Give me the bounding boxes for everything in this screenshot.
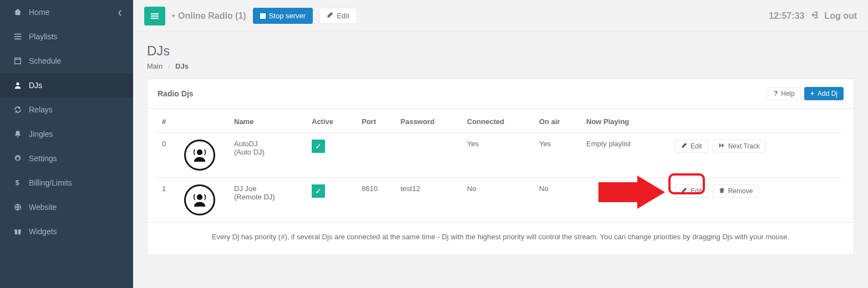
sidebar-item-relays[interactable]: Relays [0,97,133,122]
breadcrumb-root[interactable]: Main [147,62,163,70]
table-row[interactable]: 1 DJ Joe (Remote DJ) ✓ 8610 [158,178,844,223]
station-name: Online Radio (1) [178,11,246,21]
trash-icon [719,187,725,195]
gear-icon [13,155,22,162]
edit-dj-button[interactable]: Edit [675,140,708,153]
th-name: Name [230,111,307,133]
cell-password: test12 [396,178,463,223]
page-title: DJs [147,43,854,59]
cell-nowplaying [582,178,671,223]
sidebar-item-label: DJs [29,81,42,90]
gift-icon [13,228,22,235]
add-dj-label: Add Dj [818,90,837,97]
djs-table: # Name Active Port Password Connected On… [158,111,844,222]
th-port: Port [357,111,396,133]
svg-point-7 [197,194,202,200]
sidebar-item-label: Playlists [29,32,57,41]
menu-toggle-button[interactable] [144,7,165,25]
svg-point-6 [197,150,202,155]
help-button[interactable]: ? Help [768,87,801,100]
dj-avatar-icon [184,140,215,171]
station-selector[interactable]: ▾ Online Radio (1) [172,11,246,21]
sidebar-item-djs[interactable]: DJs [0,73,133,97]
sidebar-item-settings[interactable]: Settings [0,146,133,171]
pencil-icon [681,142,687,150]
sidebar-item-playlists[interactable]: Playlists [0,24,133,49]
th-connected: Connected [463,111,535,133]
remove-label: Remove [728,187,753,195]
dj-type: (Remote DJ) [234,193,303,201]
hamburger-icon [150,12,159,20]
sidebar-item-billing[interactable]: $ Billing/Limits [0,171,133,195]
th-nowplaying: Now Playing [582,111,671,133]
remove-dj-button[interactable]: Remove [713,184,759,198]
bell-icon [13,130,22,138]
question-icon: ? [774,90,778,97]
sidebar-item-label: Home [29,8,49,17]
cell-port: 8610 [357,178,396,223]
cell-password [396,133,463,178]
svg-rect-5 [17,230,18,235]
stop-server-button[interactable]: Stop server [253,8,313,24]
next-track-label: Next Track [728,142,760,150]
stop-icon [260,13,266,19]
dj-name: AutoDJ [234,140,303,148]
cell-onair: Yes [535,133,582,178]
cell-port [357,133,396,178]
pencil-icon [327,12,333,20]
panel-title: Radio Djs [158,89,194,98]
clock: 12:57:33 [769,11,804,21]
edit-station-label: Edit [337,12,349,20]
dj-name: DJ Joe [234,184,303,193]
forward-icon [719,142,725,150]
refresh-icon [13,106,22,114]
cell-nowplaying: Empty playlist [582,133,671,178]
edit-dj-button[interactable]: Edit [675,184,708,198]
table-row[interactable]: 0 AutoDJ (Auto DJ) ✓ [158,133,844,178]
dj-avatar-icon [184,184,215,215]
logout-link[interactable]: Log out [811,11,857,22]
active-check-icon: ✓ [312,184,325,198]
sidebar-item-widgets[interactable]: Widgets [0,219,133,244]
djs-panel: Radio Djs ? Help + Add Dj [147,79,854,255]
sidebar-item-schedule[interactable]: Schedule [0,49,133,73]
sidebar-item-label: Jingles [29,130,53,138]
cell-num: 1 [158,178,180,223]
th-password: Password [396,111,463,133]
sidebar-item-label: Relays [29,105,53,114]
caret-down-icon: ▾ [172,13,175,19]
dj-type: (Auto DJ) [234,148,303,156]
cell-connected: No [463,178,535,223]
topbar: ▾ Online Radio (1) Stop server Edit 12:5… [133,0,868,32]
plus-icon: + [810,90,814,97]
sidebar-item-label: Billing/Limits [29,178,72,187]
add-dj-button[interactable]: + Add Dj [804,87,844,100]
cell-connected: Yes [463,133,535,178]
sidebar-item-website[interactable]: Website [0,195,133,219]
sidebar-item-label: Website [29,203,57,212]
list-icon [13,33,22,40]
edit-station-button[interactable]: Edit [319,8,356,24]
priority-hint: Every Dj has priority (#), if several Dj… [148,222,854,254]
globe-icon [13,203,22,211]
breadcrumb: Main / DJs [147,62,854,70]
sidebar-item-home[interactable]: Home ❮ [0,0,133,24]
sidebar-item-label: Schedule [29,56,61,65]
th-active: Active [307,111,357,133]
sidebar-item-label: Widgets [29,227,57,236]
logout-label: Log out [824,11,857,21]
th-onair: On air [535,111,582,133]
signout-icon [811,11,820,22]
cell-onair: No [535,178,582,223]
next-track-button[interactable]: Next Track [713,140,766,153]
stop-server-label: Stop server [269,12,306,20]
home-icon [13,8,22,16]
active-check-icon: ✓ [312,140,325,153]
chevron-left-icon: ❮ [118,9,122,16]
sidebar-item-jingles[interactable]: Jingles [0,122,133,146]
page-heading: DJs Main / DJs [133,32,868,79]
calendar-icon [13,57,22,65]
svg-text:$: $ [16,179,19,187]
th-num: # [158,111,180,133]
user-icon [13,81,22,89]
